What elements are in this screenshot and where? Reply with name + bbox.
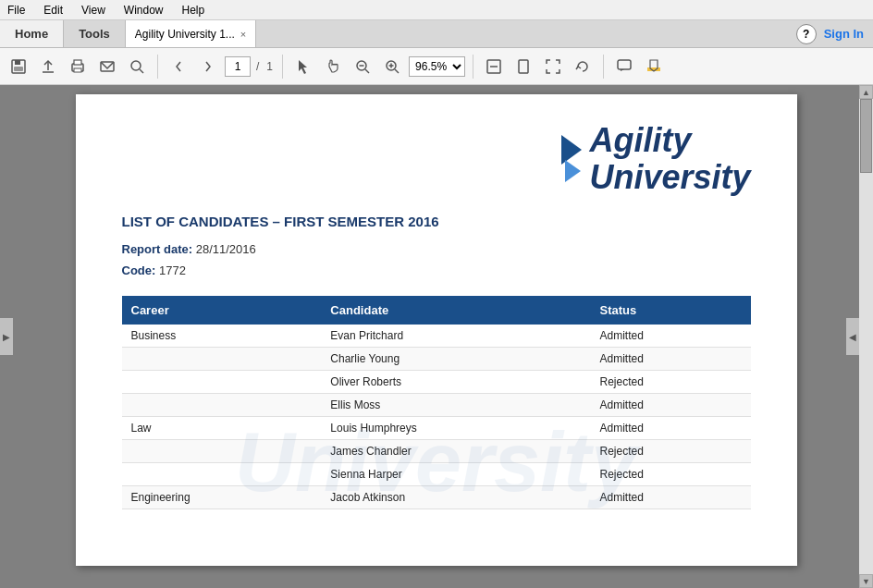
- col-header-candidate: Candidate: [321, 296, 590, 325]
- cell-status: Admitted: [590, 325, 750, 348]
- cell-career: Law: [122, 417, 322, 440]
- table-row: Ellis MossAdmitted: [122, 394, 751, 417]
- page-number-input[interactable]: [225, 56, 251, 77]
- table-row: James ChandlerRejected: [122, 440, 751, 463]
- cell-candidate: Jacob Atkinson: [321, 486, 590, 509]
- cell-candidate: Oliver Roberts: [321, 371, 590, 394]
- tab-close-button[interactable]: ×: [240, 29, 246, 40]
- table-header-row: Career Candidate Status: [122, 296, 751, 325]
- logo: Agility University: [561, 122, 750, 195]
- toolbar-separator-3: [473, 55, 473, 79]
- tab-tools[interactable]: Tools: [64, 20, 126, 47]
- tab-document[interactable]: Agility University 1... ×: [126, 20, 256, 47]
- cell-status: Admitted: [590, 394, 750, 417]
- page-separator: /: [254, 60, 261, 73]
- fit-page-button[interactable]: [510, 54, 536, 80]
- tab-right-area: ? Sign In: [787, 20, 873, 47]
- tab-doc-label: Agility University 1...: [135, 28, 235, 41]
- svg-rect-6: [74, 68, 81, 72]
- cell-career: [122, 348, 322, 371]
- scroll-down-button[interactable]: ▼: [859, 574, 873, 588]
- prev-page-button[interactable]: [166, 54, 191, 80]
- table-row: LawLouis HumphreysAdmitted: [122, 417, 751, 440]
- help-button[interactable]: ?: [796, 24, 817, 44]
- left-panel-toggle[interactable]: ▶: [0, 318, 13, 355]
- svg-rect-5: [74, 60, 81, 65]
- search-button[interactable]: [124, 54, 150, 80]
- toolbar-separator-1: [157, 55, 158, 79]
- report-date-field: Report date: 28/11/2016: [122, 242, 751, 256]
- main-area: ▶ ◀ ▲ ▼ University Agility: [0, 85, 873, 588]
- zoom-in-button[interactable]: [379, 54, 405, 80]
- table-row: EngineeringJacob AtkinsonAdmitted: [122, 486, 751, 509]
- scroll-track[interactable]: [859, 99, 873, 574]
- cell-candidate: Charlie Young: [321, 348, 590, 371]
- candidates-table: Career Candidate Status BusinessEvan Pri…: [122, 296, 751, 509]
- hand-tool-button[interactable]: [320, 54, 346, 80]
- cell-career: Business: [122, 325, 322, 348]
- cell-candidate: Ellis Moss: [321, 394, 590, 417]
- save-button[interactable]: [6, 54, 31, 80]
- code-field: Code: 1772: [122, 263, 751, 277]
- toolbar-separator-2: [282, 55, 283, 79]
- fullscreen-button[interactable]: [540, 54, 566, 80]
- highlight-button[interactable]: [641, 54, 667, 80]
- cell-candidate: Evan Pritchard: [321, 325, 590, 348]
- cell-status: Admitted: [590, 486, 750, 509]
- next-page-button[interactable]: [195, 54, 221, 80]
- svg-rect-2: [14, 67, 23, 71]
- cell-career: [122, 440, 322, 463]
- tab-home[interactable]: Home: [0, 20, 64, 47]
- report-date-val: 28/11/2016: [196, 242, 256, 256]
- logo-text: Agility University: [589, 122, 750, 195]
- logo-arrow-icon: [561, 135, 582, 182]
- print-button[interactable]: [65, 54, 91, 80]
- menu-help[interactable]: Help: [178, 2, 209, 18]
- right-panel-toggle[interactable]: ◀: [846, 318, 859, 355]
- pdf-page-wrapper: University Agility University LIST OF CA…: [13, 85, 859, 588]
- svg-point-8: [131, 61, 141, 70]
- email-button[interactable]: [94, 54, 120, 80]
- cell-candidate: James Chandler: [321, 440, 590, 463]
- menu-file[interactable]: File: [4, 2, 29, 18]
- menu-window[interactable]: Window: [120, 2, 167, 18]
- page-total: 1: [264, 60, 275, 73]
- table-row: Sienna HarperRejected: [122, 463, 751, 486]
- upload-button[interactable]: [35, 54, 61, 80]
- zoom-out-button[interactable]: [350, 54, 375, 80]
- report-date-label: Report date:: [122, 242, 193, 256]
- table-row: Charlie YoungAdmitted: [122, 348, 751, 371]
- cell-status: Rejected: [590, 371, 750, 394]
- pointer-tool-button[interactable]: [290, 54, 316, 80]
- svg-marker-10: [299, 60, 307, 74]
- comment-button[interactable]: [611, 54, 637, 80]
- cell-status: Admitted: [590, 417, 750, 440]
- zoom-select[interactable]: 96.5% 50% 75% 100% 125% 150% 200%: [409, 56, 465, 77]
- table-row: BusinessEvan PritchardAdmitted: [122, 325, 751, 348]
- svg-line-13: [365, 69, 369, 73]
- col-header-status: Status: [590, 296, 750, 325]
- cell-status: Rejected: [590, 440, 750, 463]
- svg-rect-1: [15, 60, 20, 65]
- cell-candidate: Louis Humphreys: [321, 417, 590, 440]
- scrollbar: ▲ ▼: [859, 85, 873, 588]
- fit-width-button[interactable]: [481, 54, 507, 80]
- svg-line-17: [395, 69, 399, 73]
- table-row: Oliver RobertsRejected: [122, 371, 751, 394]
- cell-career: [122, 463, 322, 486]
- menu-bar: File Edit View Window Help: [0, 0, 873, 20]
- tab-bar: Home Tools Agility University 1... × ? S…: [0, 20, 873, 48]
- arrow-shape-2: [565, 160, 581, 182]
- cell-career: Engineering: [122, 486, 322, 509]
- menu-view[interactable]: View: [78, 2, 109, 18]
- logo-area: Agility University: [122, 122, 751, 195]
- scroll-thumb[interactable]: [860, 99, 872, 173]
- signin-button[interactable]: Sign In: [824, 27, 864, 41]
- col-header-career: Career: [122, 296, 322, 325]
- pdf-page: University Agility University LIST OF CA…: [76, 94, 797, 566]
- document-title: LIST OF CANDIDATES – FIRST SEMESTER 2016: [122, 214, 751, 229]
- rotate-button[interactable]: [570, 54, 596, 80]
- menu-edit[interactable]: Edit: [40, 2, 67, 18]
- scroll-up-button[interactable]: ▲: [859, 85, 873, 99]
- code-label: Code:: [122, 263, 156, 277]
